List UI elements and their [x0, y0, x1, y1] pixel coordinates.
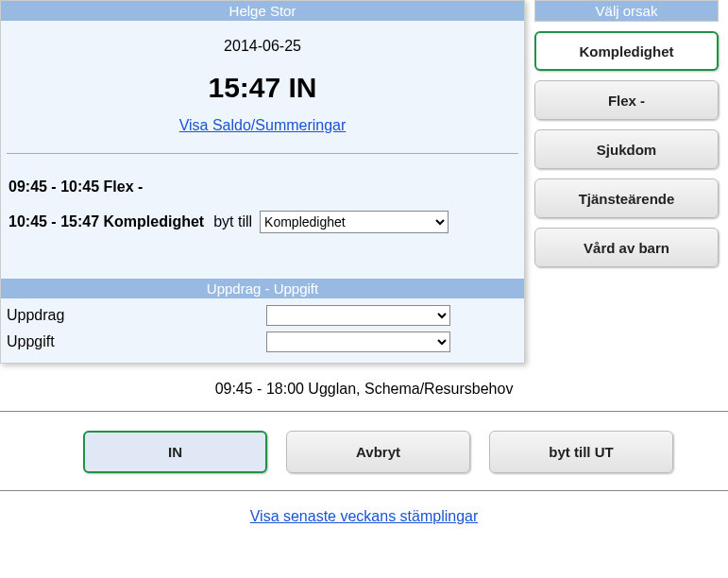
reason-button-kompledighet[interactable]: Kompledighet	[534, 31, 719, 71]
time-status-display: 15:47 IN	[1, 66, 524, 117]
stamp-entry: 10:45 - 15:47 Kompledighet byt till Komp…	[8, 203, 516, 241]
assignment-header: Uppdrag - Uppgift	[1, 279, 524, 298]
uppgift-label: Uppgift	[7, 333, 266, 350]
stamp-panel: Helge Stor 2014-06-25 15:47 IN Visa Sald…	[0, 0, 525, 364]
schedule-line: 09:45 - 18:00 Ugglan, Schema/Resursbehov	[0, 375, 728, 411]
stamp-entry-text: 10:45 - 15:47 Kompledighet	[8, 213, 204, 230]
uppdrag-label: Uppdrag	[7, 307, 266, 324]
main-container: Helge Stor 2014-06-25 15:47 IN Visa Sald…	[0, 0, 728, 364]
reason-panel-title: Välj orsak	[534, 0, 719, 22]
stamp-summary: 2014-06-25 15:47 IN Visa Saldo/Summering…	[1, 21, 524, 145]
show-balance-link[interactable]: Visa Saldo/Summeringar	[179, 117, 347, 133]
stamp-entry: 09:45 - 10:45 Flex -	[8, 171, 516, 203]
reason-switch-select[interactable]: Kompledighet	[260, 211, 449, 233]
date-display: 2014-06-25	[1, 30, 524, 66]
show-week-stamps-link[interactable]: Visa senaste veckans stämplingar	[250, 508, 479, 524]
divider	[7, 153, 518, 154]
stamp-entry-text: 09:45 - 10:45 Flex -	[8, 178, 143, 196]
switch-to-out-button[interactable]: byt till UT	[489, 431, 673, 473]
reason-button-vard-av-barn[interactable]: Vård av barn	[534, 228, 719, 267]
uppdrag-row: Uppdrag	[7, 302, 518, 329]
in-button[interactable]: IN	[83, 431, 267, 473]
switch-to-label: byt till	[213, 213, 252, 230]
below-section: 09:45 - 18:00 Ugglan, Schema/Resursbehov…	[0, 364, 728, 531]
uppgift-row: Uppgift	[7, 329, 518, 355]
cancel-button[interactable]: Avbryt	[286, 431, 470, 473]
assignment-form: Uppdrag Uppgift	[1, 298, 524, 363]
stamp-panel-title: Helge Stor	[1, 1, 524, 21]
bottom-link-row: Visa senaste veckans stämplingar	[0, 491, 728, 525]
stamp-entries: 09:45 - 10:45 Flex - 10:45 - 15:47 Kompl…	[1, 165, 524, 279]
reason-button-sjukdom[interactable]: Sjukdom	[534, 129, 719, 169]
reason-button-tjanstearende[interactable]: Tjänsteärende	[534, 178, 719, 218]
reason-panel: Välj orsak Kompledighet Flex - Sjukdom T…	[534, 0, 719, 267]
uppgift-select[interactable]	[266, 332, 450, 352]
reason-button-flex[interactable]: Flex -	[534, 80, 719, 120]
action-row: IN Avbryt byt till UT	[0, 412, 728, 490]
uppdrag-select[interactable]	[266, 305, 450, 326]
